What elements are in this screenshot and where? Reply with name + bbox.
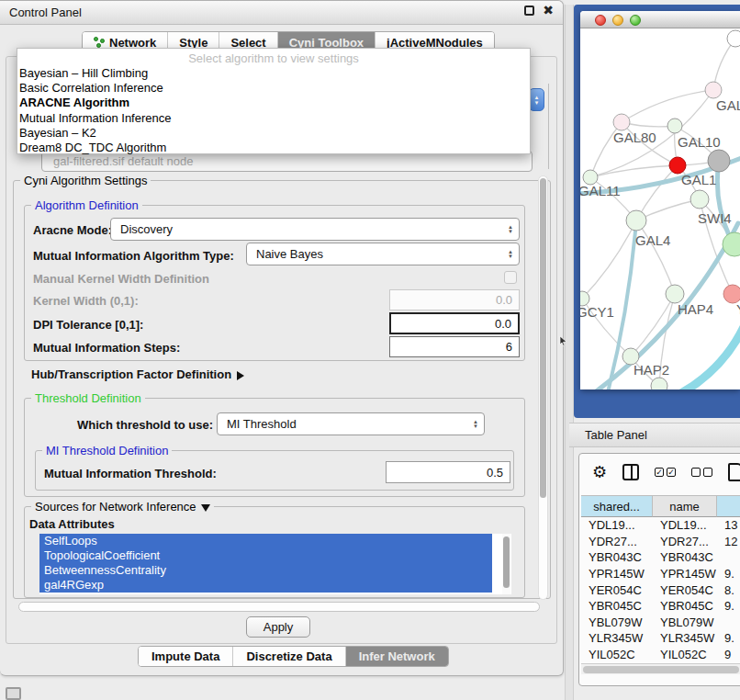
expander-arrow-icon bbox=[237, 371, 244, 380]
minimized-panel-icon[interactable] bbox=[6, 687, 21, 700]
manual-kernel-width-checkbox[interactable] bbox=[504, 271, 517, 284]
table-row[interactable]: YIL052CYIL052C9 bbox=[581, 647, 740, 663]
attributes-scrollbar[interactable] bbox=[502, 534, 510, 594]
network-view-window: GALGAL80GAL10GAL1GAL11SWI4GAL4GCY1HAP4YH… bbox=[580, 11, 740, 390]
network-canvas[interactable]: GALGAL80GAL10GAL1GAL11SWI4GAL4GCY1HAP4YH… bbox=[580, 28, 740, 390]
algorithm-option[interactable]: ARACNE Algorithm bbox=[17, 96, 530, 110]
minimize-window-icon[interactable] bbox=[612, 15, 623, 26]
aracne-mode-label: Aracne Mode: bbox=[33, 223, 112, 237]
combobox-arrows-icon: ▲▼ bbox=[508, 250, 513, 259]
attribute-item[interactable]: TopologicalCoefficient bbox=[39, 548, 492, 563]
network-node-label: GAL10 bbox=[678, 134, 721, 150]
table-hscroll-thumb[interactable] bbox=[583, 666, 739, 673]
tab-impute-data[interactable]: Impute Data bbox=[139, 647, 233, 666]
tab-infer-network[interactable]: Infer Network bbox=[346, 647, 448, 666]
data-attributes-label: Data Attributes bbox=[29, 517, 115, 531]
algorithm-option[interactable]: Bayesian – K2 bbox=[17, 126, 530, 141]
tab-discretize-data[interactable]: Discretize Data bbox=[233, 647, 345, 666]
columns-icon[interactable] bbox=[622, 464, 639, 480]
attribute-item[interactable]: SelfLoops bbox=[39, 534, 492, 548]
mi-threshold-label: Mutual Information Threshold: bbox=[44, 467, 217, 480]
hub-factor-expander[interactable]: Hub/Transcription Factor Definition bbox=[31, 367, 244, 381]
combobox-spinner-fragment[interactable]: ▲▼ bbox=[529, 88, 544, 111]
algorithm-option[interactable]: Bayesian – Hill Climbing bbox=[17, 66, 530, 81]
which-threshold-label: Which threshold to use: bbox=[77, 418, 213, 432]
network-node[interactable] bbox=[727, 30, 740, 47]
table-row[interactable]: YBL079WYBL079W bbox=[581, 615, 740, 631]
network-node-label: GAL4 bbox=[635, 232, 670, 248]
table-cell: YBR045C bbox=[653, 598, 717, 615]
manual-kernel-width-label: Manual Kernel Width Definition bbox=[33, 272, 209, 286]
settings-scrollbar-thumb[interactable] bbox=[540, 178, 546, 498]
aracne-mode-combobox[interactable]: Discovery ▲▼ bbox=[110, 218, 520, 241]
table-cell: YDL19... bbox=[653, 517, 717, 534]
table-cell bbox=[717, 549, 740, 566]
sources-group-title[interactable]: Sources for Network Inference bbox=[31, 500, 214, 514]
table-cell: YER054C bbox=[653, 581, 717, 598]
network-node[interactable] bbox=[651, 378, 667, 390]
network-node[interactable] bbox=[723, 285, 740, 303]
split-pane-divider[interactable] bbox=[565, 5, 574, 700]
dpi-tolerance-field[interactable]: 0.0 bbox=[389, 312, 520, 334]
table-row[interactable]: YLR345WYLR345W9. bbox=[581, 630, 740, 647]
network-window-frame: GALGAL80GAL10GAL1GAL11SWI4GAL4GCY1HAP4YH… bbox=[574, 5, 740, 418]
dpi-tolerance-label: DPI Tolerance [0,1]: bbox=[33, 318, 143, 332]
deselect-all-checks-icon[interactable] bbox=[691, 468, 712, 477]
page-icon[interactable] bbox=[728, 463, 740, 481]
which-threshold-combobox[interactable]: MI Threshold ▲▼ bbox=[217, 412, 485, 435]
network-node[interactable] bbox=[708, 150, 730, 172]
table-row[interactable]: YER054CYER054C8. bbox=[581, 581, 740, 598]
table-panel-title: Table Panel bbox=[569, 428, 647, 442]
close-window-icon[interactable] bbox=[595, 15, 606, 26]
table-row[interactable]: YBR043CYBR043C bbox=[581, 549, 740, 566]
column-header[interactable]: shared... bbox=[581, 495, 653, 517]
network-window-titlebar[interactable] bbox=[580, 11, 740, 28]
mi-threshold-group-title: MI Threshold Definition bbox=[42, 444, 172, 457]
network-node[interactable] bbox=[666, 285, 684, 303]
table-row[interactable]: YPR145WYPR145W9. bbox=[581, 566, 740, 582]
mi-steps-field[interactable]: 6 bbox=[389, 336, 520, 357]
algorithm-option[interactable]: Mutual Information Inference bbox=[17, 111, 530, 126]
algorithm-option[interactable]: Dream8 DC_TDC Algorithm bbox=[17, 141, 530, 155]
network-node[interactable] bbox=[613, 114, 630, 130]
settings-horizontal-scrollbar[interactable] bbox=[18, 602, 540, 612]
select-all-checks-icon[interactable]: ✓✓ bbox=[655, 468, 676, 477]
table-panel-titlebar: Table Panel bbox=[569, 423, 740, 447]
network-node[interactable] bbox=[690, 190, 709, 209]
table-row[interactable]: YDR27...YDR27...12 bbox=[581, 534, 740, 550]
algorithm-options: Bayesian – Hill ClimbingBasic Correlatio… bbox=[17, 66, 530, 155]
network-node[interactable] bbox=[667, 119, 682, 133]
network-node[interactable] bbox=[705, 82, 722, 98]
cyni-algorithm-settings-title: Cyni Algorithm Settings bbox=[20, 174, 151, 187]
table-grid: shared...nameAYDL19...YDL19...13YDR27...… bbox=[581, 495, 740, 662]
column-header[interactable]: A bbox=[717, 495, 740, 517]
mi-steps-label: Mutual Information Steps: bbox=[33, 341, 180, 355]
table-horizontal-scrollbar[interactable] bbox=[581, 663, 740, 674]
close-panel-icon[interactable]: ✖ bbox=[543, 6, 554, 16]
table-row[interactable]: YDL19...YDL19...13 bbox=[581, 517, 740, 534]
table-cell: 9. bbox=[717, 598, 740, 615]
column-header[interactable]: name bbox=[653, 495, 717, 517]
zoom-window-icon[interactable] bbox=[630, 15, 641, 26]
attribute-item[interactable]: BetweennessCentrality bbox=[39, 563, 492, 578]
attribute-item[interactable]: gal4RGexp bbox=[39, 578, 492, 593]
table-toolbar: ⚙ ✓✓ bbox=[579, 454, 740, 491]
kernel-width-field[interactable]: 0.0 bbox=[389, 289, 520, 310]
gear-icon[interactable]: ⚙ bbox=[592, 464, 607, 480]
attributes-scrollbar-thumb[interactable] bbox=[503, 536, 510, 588]
network-node-label: HAP2 bbox=[633, 362, 669, 378]
network-node-label: HAP4 bbox=[678, 301, 713, 317]
table-row[interactable]: YBR045CYBR045C9. bbox=[581, 598, 740, 615]
network-node[interactable] bbox=[626, 210, 646, 231]
mi-algorithm-type-combobox[interactable]: Naive Bayes ▲▼ bbox=[246, 243, 520, 265]
collapse-arrow-icon bbox=[201, 504, 210, 512]
mi-threshold-field[interactable]: 0.5 bbox=[386, 461, 510, 483]
network-node-label: SWI4 bbox=[698, 210, 732, 226]
table-cell: YBL079W bbox=[653, 615, 717, 631]
network-node[interactable] bbox=[723, 232, 740, 256]
algorithm-option[interactable]: Basic Correlation Inference bbox=[17, 81, 530, 96]
float-panel-icon[interactable] bbox=[524, 6, 534, 16]
apply-button[interactable]: Apply bbox=[246, 616, 310, 638]
settings-scrollbar[interactable] bbox=[538, 175, 548, 600]
bottom-tabbar: Impute Data Discretize Data Infer Networ… bbox=[138, 646, 449, 667]
